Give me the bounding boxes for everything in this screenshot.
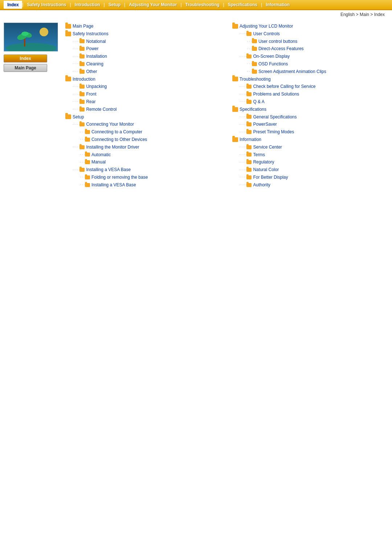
tree-link[interactable]: Main Page [73, 23, 93, 29]
tree-link[interactable]: On-Screen Display [253, 53, 290, 60]
tree-connector: · · · · [240, 130, 246, 135]
tree-connector: · · · · [73, 39, 79, 44]
folder-icon [79, 108, 85, 112]
folder-icon [246, 54, 252, 58]
tree-connector: · · · [80, 160, 85, 165]
tree-connector: · · · · [240, 92, 246, 97]
nav-safety[interactable]: Safety Instructions [23, 2, 70, 7]
nav-introduction[interactable]: Introduction [71, 2, 104, 7]
tree-link[interactable]: Specifications [240, 106, 266, 113]
tree-link[interactable]: Installation [86, 53, 107, 60]
tree-link[interactable]: General Specifications [253, 114, 297, 120]
tree-link[interactable]: Connecting to a Computer [91, 129, 142, 135]
svg-point-6 [21, 32, 29, 36]
folder-icon [79, 54, 85, 58]
tree-link[interactable]: Automatic [91, 152, 111, 158]
tree-link[interactable]: Troubleshooting [240, 76, 271, 82]
tree-link[interactable]: Q & A [253, 99, 264, 105]
index-button[interactable]: Index [4, 54, 47, 62]
list-item: Main Page [65, 23, 221, 30]
list-item: · · · Connecting to Other Devices [80, 136, 221, 143]
tree-connector: · · · [80, 182, 85, 187]
folder-icon [232, 107, 238, 112]
sidebar: SAMSUNG DIGITALL Index Main Page [4, 23, 65, 189]
tree-link[interactable]: Rear [86, 99, 95, 105]
folder-icon [252, 39, 257, 43]
tree-link[interactable]: Problems and Solutions [253, 91, 299, 97]
tree-link[interactable]: Other [86, 69, 97, 75]
tree-connector: · · · · [240, 84, 246, 89]
tree-link[interactable]: PowerSaver [253, 121, 277, 127]
nav-troubleshooting[interactable]: Troubleshooting [182, 2, 223, 7]
tree-link[interactable]: Information [240, 137, 261, 143]
tree-link[interactable]: For Better Display [253, 174, 288, 181]
tree-link[interactable]: Terms [253, 152, 265, 158]
nav-bar: Index | Safety Instructions | Introducti… [0, 0, 392, 10]
tree-connector: · · · [247, 69, 252, 74]
tree-link[interactable]: Preset Timing Modes [253, 129, 294, 135]
tree-connector: · · · [247, 39, 252, 44]
tree-connector: · · · [80, 175, 85, 180]
tree-connector: · · · [247, 61, 252, 66]
tree-link[interactable]: Folding or removing the base [91, 174, 148, 181]
folder-icon [246, 32, 252, 36]
tree-connector: · · · · [240, 145, 246, 150]
sidebar-logo: SAMSUNG DIGITALL [4, 23, 58, 52]
tree-link[interactable]: Front [86, 91, 96, 97]
tree-connector: · · · · [73, 99, 79, 104]
tree-link[interactable]: Remote Control [86, 106, 117, 113]
tree-link[interactable]: Connecting to Other Devices [91, 137, 147, 143]
tree-link[interactable]: Installing a VESA Base [91, 182, 136, 188]
tree-link[interactable]: Manual [91, 159, 106, 165]
main-page-button[interactable]: Main Page [4, 64, 47, 72]
list-item: · · · · Front [73, 90, 221, 98]
tree-link[interactable]: Regulatory [253, 159, 274, 165]
tree-link[interactable]: Service Center [253, 144, 282, 150]
list-item: · · · Direct-Access Features [247, 45, 388, 53]
tree-connector: · · · · [240, 167, 246, 173]
nav-specifications[interactable]: Specifications [224, 2, 261, 7]
tree-link[interactable]: User control buttons [258, 39, 297, 45]
tree-link[interactable]: Check before Calling for Service [253, 84, 315, 90]
main-container: SAMSUNG DIGITALL Index Main Page Main Pa… [0, 19, 392, 193]
tree-link[interactable]: Power [86, 46, 98, 52]
tree-link[interactable]: Installing a VESA Base [86, 167, 131, 173]
folder-icon [79, 145, 85, 149]
list-item: · · · · PowerSaver [240, 121, 388, 128]
list-item: · · · · Cleaning [73, 60, 221, 68]
tree-link[interactable]: Safety Instructions [73, 31, 109, 37]
folder-icon [246, 85, 252, 89]
tree-link[interactable]: Installing the Monitor Driver [86, 144, 139, 150]
list-item: · · · · Unpacking [73, 83, 221, 90]
list-item: · · · · Regulatory [240, 158, 388, 166]
nav-adjusting[interactable]: Adjusting Your Monitor [125, 2, 180, 7]
tree-link[interactable]: OSD Functions [258, 61, 288, 67]
tree-link[interactable]: Setup [73, 114, 84, 120]
nav-setup[interactable]: Setup [105, 2, 124, 7]
tree-link[interactable]: Screen Adjustment Animation Clips [258, 69, 326, 75]
tree-link[interactable]: Notational [86, 39, 106, 45]
tree-link[interactable]: User Controls [253, 31, 279, 37]
folder-icon [65, 114, 71, 119]
tree-connector: · · · · [73, 145, 79, 150]
tree-link[interactable]: Direct-Access Features [258, 46, 304, 52]
tree-link[interactable]: Cleaning [86, 61, 103, 67]
tree-connector: · · · · [73, 84, 79, 89]
list-item: · · · · Check before Calling for Service [240, 83, 388, 90]
tree-link[interactable]: Introduction [73, 76, 95, 82]
tree-link[interactable]: Connecting Your Monitor [86, 121, 134, 127]
folder-icon [79, 70, 85, 74]
tree-connector: · · · · [73, 92, 79, 97]
list-item: · · · Automatic [80, 151, 221, 159]
folder-icon [232, 137, 238, 142]
tree-connector: · · · · [240, 31, 246, 36]
nav-index[interactable]: Index [4, 1, 22, 9]
tree-link[interactable]: Natural Color [253, 167, 279, 173]
folder-icon [246, 115, 252, 119]
folder-icon [246, 160, 252, 164]
tree-link[interactable]: Adjusting Your LCD Monitor [240, 23, 293, 29]
tree-link[interactable]: Authority [253, 182, 270, 188]
nav-information[interactable]: Information [262, 2, 293, 7]
tree-link[interactable]: Unpacking [86, 84, 107, 90]
folder-icon [79, 39, 85, 43]
